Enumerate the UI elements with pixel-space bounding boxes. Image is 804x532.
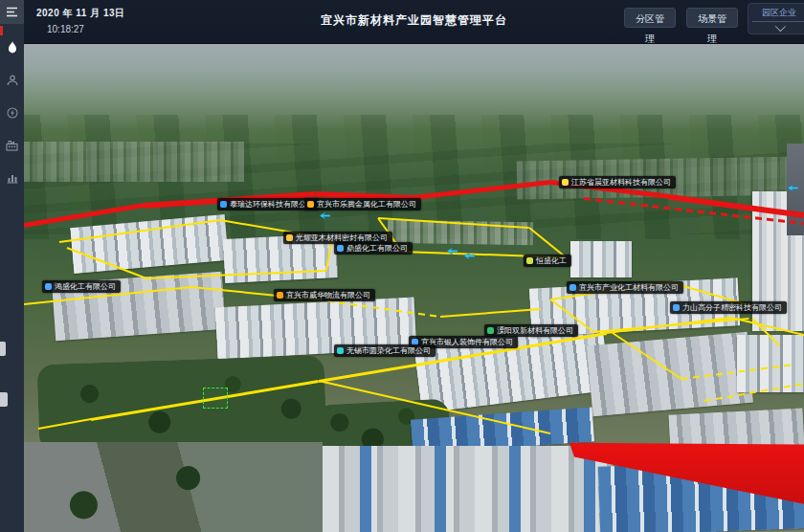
map-company-label[interactable]: 鸿盛化工有限公司 — [42, 280, 121, 293]
company-label-text: 力山高分子精密科技有限公司 — [682, 303, 782, 312]
map-company-label[interactable]: 宜兴市乐腾金属化工有限公司 — [304, 198, 421, 211]
map-company-label[interactable]: 宜兴市威华物流有限公司 — [274, 289, 375, 301]
plane-marker-icon[interactable] — [787, 179, 799, 188]
map-company-label[interactable]: 力山高分子精密科技有限公司 — [670, 301, 787, 314]
alert-indicator — [0, 26, 3, 35]
park-enterprise-dropdown[interactable]: 园区企业 — [748, 3, 804, 34]
top-header-bar: 2020 年 11 月 13日 10:18:27 宜兴市新材料产业园智慧管理平台… — [24, 0, 804, 44]
company-marker-icon — [286, 234, 293, 241]
company-marker-icon — [562, 179, 569, 186]
company-marker-icon — [307, 201, 314, 208]
plane-marker-icon[interactable] — [446, 242, 458, 251]
company-label-text: 江苏省晨亚材料科技有限公司 — [571, 178, 671, 187]
clipped-map-label — [0, 392, 8, 407]
toolbar-item-personnel[interactable] — [0, 68, 24, 93]
company-label-text: 鼎盛化工有限公司 — [346, 244, 408, 253]
toolbar-item-statistics[interactable] — [0, 166, 24, 190]
company-label-text: 溧阳双新材料有限公司 — [497, 326, 573, 335]
company-marker-icon — [277, 292, 283, 299]
company-marker-icon — [526, 257, 533, 264]
map-company-label[interactable]: 江苏省晨亚材料科技有限公司 — [559, 176, 676, 188]
power-icon — [7, 107, 18, 119]
company-marker-icon — [487, 327, 494, 334]
company-label-text: 鸿盛化工有限公司 — [55, 282, 116, 291]
plane-marker-icon[interactable] — [463, 247, 476, 255]
map-company-label[interactable]: 宜兴市产业化工材料有限公司 — [567, 281, 683, 294]
map-company-label[interactable]: 无锡市圆染化工有限公司 — [334, 344, 436, 357]
bar-chart-icon — [7, 172, 18, 184]
zone-management-button[interactable]: 分区管理 — [624, 8, 676, 28]
toolbar-item-energy[interactable] — [0, 100, 24, 125]
company-label-text: 无锡市圆染化工有限公司 — [346, 346, 431, 355]
left-toolbar — [0, 0, 24, 532]
company-label-text: 宜兴市产业化工材料有限公司 — [579, 283, 679, 292]
company-label-text: 泰瑞达环保科技有限公司 — [230, 200, 314, 209]
company-label-text: 恒盛化工 — [536, 256, 567, 265]
menu-toggle-button[interactable] — [0, 0, 24, 24]
company-marker-icon — [673, 304, 680, 311]
company-marker-icon — [337, 245, 344, 252]
factory-icon — [6, 140, 18, 151]
map-company-label[interactable]: 鼎盛化工有限公司 — [334, 242, 413, 255]
user-icon — [7, 75, 18, 86]
flame-icon — [7, 41, 18, 55]
clipped-map-label — [0, 342, 6, 356]
chevron-down-icon — [775, 21, 786, 32]
toolbar-item-fire[interactable] — [0, 35, 24, 60]
company-label-text: 宜兴市乐腾金属化工有限公司 — [317, 200, 416, 209]
company-marker-icon — [570, 284, 576, 291]
company-label-text: 光耀亚木材料密封有限公司 — [296, 233, 388, 242]
hamburger-menu-icon — [6, 4, 18, 21]
company-marker-icon — [220, 201, 227, 208]
company-marker-icon — [337, 347, 344, 354]
company-marker-icon — [45, 283, 52, 290]
company-label-text: 宜兴市威华物流有限公司 — [286, 291, 370, 299]
park-enterprise-dropdown-label: 园区企业 — [752, 4, 804, 22]
toolbar-item-enterprise[interactable] — [0, 133, 24, 158]
map-company-label[interactable]: 恒盛化工 — [524, 255, 571, 267]
scene-management-button[interactable]: 场景管理 — [686, 8, 738, 28]
map-farmland-texture — [24, 144, 804, 234]
